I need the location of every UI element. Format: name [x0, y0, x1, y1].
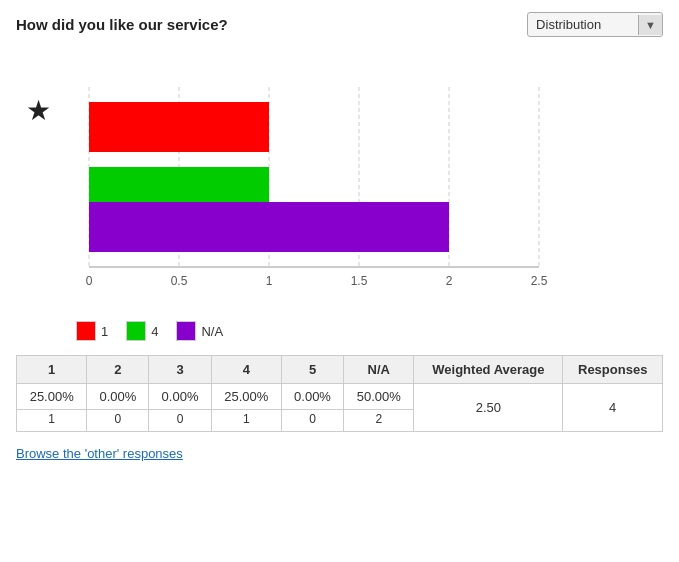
legend-label-4: 4 [151, 324, 158, 339]
cell-4-pct: 25.00% [211, 384, 281, 410]
bar-chart-svg: 0 0.5 1 1.5 2 2.5 [59, 47, 549, 307]
cell-5-count: 0 [281, 410, 343, 432]
legend-item-4: 4 [126, 321, 158, 341]
cell-2-pct: 0.00% [87, 384, 149, 410]
svg-text:2.5: 2.5 [531, 274, 548, 288]
distribution-select[interactable]: Distribution Average Percentage [528, 13, 638, 36]
legend-label-1: 1 [101, 324, 108, 339]
dropdown-arrow-icon: ▼ [638, 15, 662, 35]
cell-na-pct: 50.00% [344, 384, 414, 410]
bar-1 [89, 102, 269, 152]
distribution-dropdown[interactable]: Distribution Average Percentage ▼ [527, 12, 663, 37]
data-table: 1 2 3 4 5 N/A Weighted Average Responses… [16, 355, 663, 432]
bar-na [89, 202, 449, 252]
svg-text:2: 2 [446, 274, 453, 288]
legend-color-1 [76, 321, 96, 341]
legend-color-4 [126, 321, 146, 341]
col-header-responses: Responses [563, 356, 663, 384]
legend-label-na: N/A [201, 324, 223, 339]
question-title: How did you like our service? [16, 16, 228, 33]
cell-na-count: 2 [344, 410, 414, 432]
cell-3-pct: 0.00% [149, 384, 211, 410]
cell-1-count: 1 [17, 410, 87, 432]
star-icon: ★ [26, 97, 51, 125]
col-header-weighted: Weighted Average [414, 356, 563, 384]
cell-responses: 4 [563, 384, 663, 432]
cell-2-count: 0 [87, 410, 149, 432]
chart-container: ★ 0 0.5 1 1.5 2 2.5 [16, 47, 663, 307]
cell-5-pct: 0.00% [281, 384, 343, 410]
cell-4-count: 1 [211, 410, 281, 432]
svg-text:0.5: 0.5 [171, 274, 188, 288]
legend-item-1: 1 [76, 321, 108, 341]
col-header-2: 2 [87, 356, 149, 384]
table-header-row: 1 2 3 4 5 N/A Weighted Average Responses [17, 356, 663, 384]
svg-text:1: 1 [266, 274, 273, 288]
cell-1-pct: 25.00% [17, 384, 87, 410]
browse-other-link[interactable]: Browse the 'other' responses [16, 446, 183, 461]
svg-text:1.5: 1.5 [351, 274, 368, 288]
table-row-percent: 25.00% 0.00% 0.00% 25.00% 0.00% 50.00% 2… [17, 384, 663, 410]
cell-3-count: 0 [149, 410, 211, 432]
col-header-3: 3 [149, 356, 211, 384]
legend-color-na [176, 321, 196, 341]
col-header-5: 5 [281, 356, 343, 384]
col-header-4: 4 [211, 356, 281, 384]
legend-item-na: N/A [176, 321, 223, 341]
cell-weighted-avg: 2.50 [414, 384, 563, 432]
svg-text:0: 0 [86, 274, 93, 288]
legend: 1 4 N/A [76, 321, 663, 341]
col-header-na: N/A [344, 356, 414, 384]
col-header-1: 1 [17, 356, 87, 384]
chart-area: 0 0.5 1 1.5 2 2.5 [59, 47, 663, 307]
